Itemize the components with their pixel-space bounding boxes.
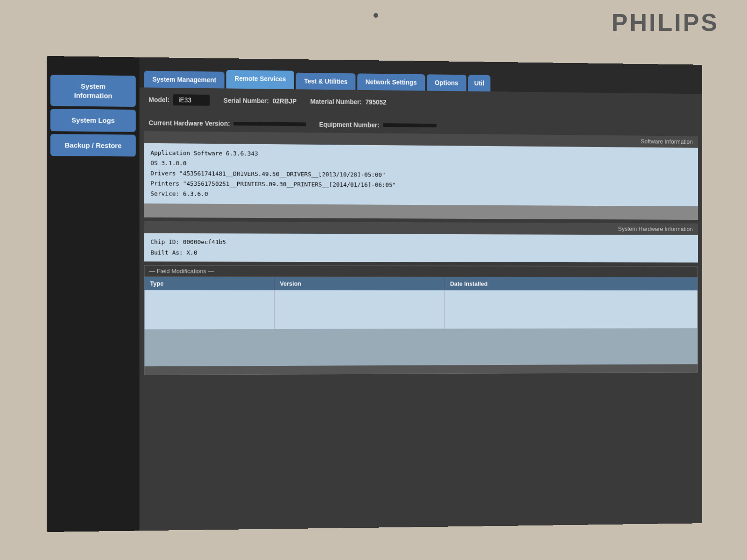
hw-line-2: Built As: X.0 <box>150 247 692 259</box>
tab-options[interactable]: Options <box>427 74 466 91</box>
camera-dot <box>374 13 378 18</box>
table-cell-date-3 <box>444 315 698 329</box>
table-cell-date-2 <box>444 303 698 316</box>
hardware-version-field: Current Hardware Version: Equipment Numb… <box>148 119 693 132</box>
software-info-section: Software Information Application Softwar… <box>144 131 698 220</box>
sections-container: Software Information Application Softwar… <box>140 131 703 531</box>
field-modifications-table: Type Version Date Installed <box>145 277 698 329</box>
table-cell-type-2 <box>145 303 275 316</box>
screen: SystemInformation System Logs Backup / R… <box>47 56 702 532</box>
monitor-bezel: PHILIPS SystemInformation System Logs Ba… <box>0 0 747 560</box>
col-version: Version <box>274 277 444 290</box>
hardware-version-label: Current Hardware Version: <box>148 119 230 127</box>
hardware-info-header: System Hardware Information <box>144 221 698 235</box>
tab-network-settings[interactable]: Network Settings <box>358 73 425 91</box>
material-number-field: Material Number: 795052 <box>310 98 386 106</box>
field-mod-footer <box>145 364 698 375</box>
table-cell-version-3 <box>274 316 444 329</box>
field-modifications-section: — Field Modifications — Type Version Dat… <box>144 265 698 375</box>
system-info-header: Model: iE33 Serial Number: 02RBJP Materi… <box>140 87 703 136</box>
model-field: Model: iE33 <box>148 94 210 105</box>
software-info-content: Application Software 6.3.6.343 OS 3.1.0.… <box>144 143 698 207</box>
serial-number-value: 02RBJP <box>273 97 296 105</box>
col-date-installed: Date Installed <box>444 277 698 290</box>
sidebar-item-system-information[interactable]: SystemInformation <box>50 75 136 107</box>
col-type: Type <box>145 277 275 290</box>
sidebar-item-system-logs[interactable]: System Logs <box>50 109 136 132</box>
tab-test-utilities[interactable]: Test & Utilities <box>296 73 356 90</box>
table-cell-version-1 <box>274 290 444 303</box>
field-modifications-title: — Field Modifications — <box>145 266 698 277</box>
model-value: iE33 <box>173 94 210 106</box>
table-cell-type-1 <box>145 290 275 303</box>
table-cell-date-1 <box>444 290 698 303</box>
table-cell-type-3 <box>145 316 275 329</box>
table-empty-row-1 <box>145 290 698 303</box>
material-number-value: 795052 <box>366 98 387 106</box>
model-label: Model: <box>148 96 169 103</box>
table-header-row: Type Version Date Installed <box>145 277 698 290</box>
brand-logo: PHILIPS <box>612 8 719 36</box>
table-empty-row-2 <box>145 303 698 316</box>
software-section-empty <box>144 204 698 220</box>
material-number-label: Material Number: <box>310 98 362 105</box>
tab-remote-services[interactable]: Remote Services <box>226 70 294 89</box>
hardware-version-value <box>234 122 307 126</box>
equipment-number-value <box>383 123 437 127</box>
table-empty-row-3 <box>145 315 698 329</box>
hardware-info-section: System Hardware Information Chip ID: 000… <box>144 221 698 262</box>
table-empty-area <box>145 328 698 366</box>
main-content: System Management Remote Services Test &… <box>140 57 703 531</box>
serial-number-field: Serial Number: 02RBJP <box>224 97 296 105</box>
table-cell-version-2 <box>274 303 444 316</box>
serial-number-label: Serial Number: <box>224 97 269 105</box>
sidebar: SystemInformation System Logs Backup / R… <box>47 56 140 532</box>
sidebar-item-backup-restore[interactable]: Backup / Restore <box>50 134 136 157</box>
tab-system-management[interactable]: System Management <box>144 71 225 89</box>
equipment-number-label: Equipment Number: <box>319 121 380 129</box>
hardware-info-content: Chip ID: 00000ecf41b5 Built As: X.0 <box>144 233 698 262</box>
hw-line-1: Chip ID: 00000ecf41b5 <box>150 237 692 249</box>
content-panel: Model: iE33 Serial Number: 02RBJP Materi… <box>140 87 703 531</box>
tab-utilities-truncated[interactable]: Util <box>468 75 490 91</box>
